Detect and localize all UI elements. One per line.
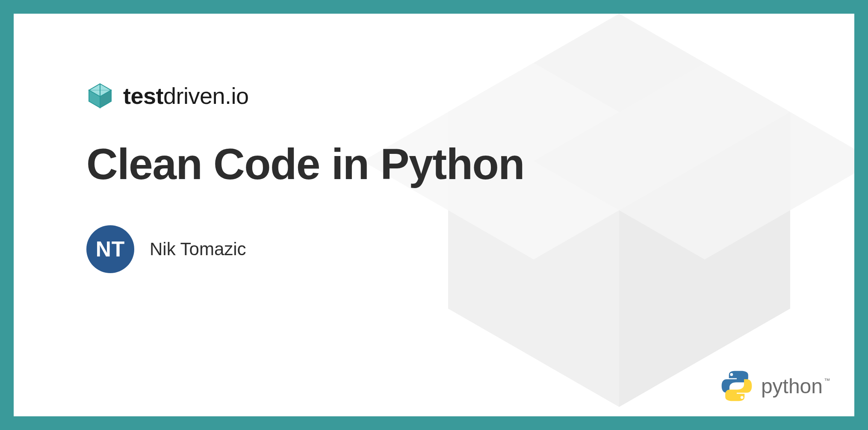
python-trademark: ™ [824, 377, 830, 384]
author-row: NT Nik Tomazic [86, 225, 854, 273]
svg-point-10 [730, 373, 733, 376]
python-word: python [761, 375, 823, 398]
python-badge-text: python™ [761, 374, 829, 398]
brand-text-light: driven.io [163, 83, 249, 109]
card: testdriven.io Clean Code in Python NT Ni… [14, 14, 854, 416]
brand-logo: testdriven.io [86, 82, 854, 109]
python-logo-icon [720, 369, 753, 403]
author-name: Nik Tomazic [150, 239, 246, 259]
brand-text-bold: test [123, 83, 163, 109]
python-badge: python™ [720, 369, 829, 403]
author-avatar: NT [86, 225, 134, 273]
testdriven-cube-icon [86, 82, 114, 109]
svg-point-11 [741, 396, 744, 399]
content-area: testdriven.io Clean Code in Python NT Ni… [14, 14, 854, 273]
outer-frame: testdriven.io Clean Code in Python NT Ni… [0, 0, 868, 430]
brand-text: testdriven.io [123, 82, 249, 109]
page-title: Clean Code in Python [86, 139, 854, 189]
